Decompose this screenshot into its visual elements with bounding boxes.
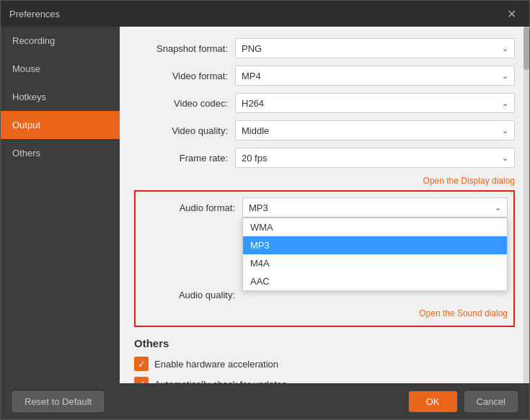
hw-accel-label: Enable hardware acceleration xyxy=(154,359,278,370)
video-codec-row: Video codec: H264 ⌄ xyxy=(134,93,515,113)
dialog-title: Preferences xyxy=(9,9,60,19)
audio-quality-label: Audio quality: xyxy=(141,290,242,300)
audio-format-value: MP3 xyxy=(249,202,268,213)
main-content: Recording Mouse Hotkeys Output Others Sn… xyxy=(1,27,529,383)
title-bar: Preferences ✕ xyxy=(1,1,529,27)
audio-option-aac[interactable]: AAC xyxy=(243,272,507,290)
open-sound-link[interactable]: Open the Sound dialog xyxy=(419,308,508,318)
snapshot-format-value: PNG xyxy=(242,43,262,54)
reset-to-default-button[interactable]: Reset to Default xyxy=(12,391,104,412)
video-codec-label: Video codec: xyxy=(134,98,235,109)
auto-update-row: ✓ Automatically check for updates xyxy=(134,377,515,383)
audio-format-select[interactable]: MP3 ⌄ xyxy=(242,197,508,218)
audio-format-row: Audio format: MP3 ⌄ WMA MP3 M4A AAC xyxy=(136,197,513,218)
video-quality-label: Video quality: xyxy=(134,125,235,136)
cancel-button[interactable]: Cancel xyxy=(464,391,518,412)
video-format-row: Video format: MP4 ⌄ xyxy=(134,66,515,86)
sidebar-item-output[interactable]: Output xyxy=(1,111,120,139)
audio-format-label: Audio format: xyxy=(141,202,242,213)
close-button[interactable]: ✕ xyxy=(503,6,521,22)
checkmark-icon: ✓ xyxy=(138,359,146,369)
sidebar: Recording Mouse Hotkeys Output Others xyxy=(1,27,120,383)
video-codec-value: H264 xyxy=(242,98,264,109)
audio-option-mp3[interactable]: MP3 xyxy=(243,236,507,254)
checkmark-icon: ✓ xyxy=(138,380,146,384)
chevron-down-icon: ⌄ xyxy=(502,99,508,108)
preferences-dialog: Preferences ✕ Recording Mouse Hotkeys Ou… xyxy=(0,0,530,420)
audio-quality-row: Audio quality: xyxy=(136,290,513,300)
auto-update-label: Automatically check for updates xyxy=(154,379,287,384)
audio-format-dropdown: WMA MP3 M4A AAC xyxy=(242,218,508,291)
frame-rate-row: Frame rate: 20 fps ⌄ xyxy=(134,148,515,168)
auto-update-checkbox[interactable]: ✓ xyxy=(134,377,149,383)
audio-option-wma[interactable]: WMA xyxy=(243,218,507,236)
others-title: Others xyxy=(134,337,515,349)
scrollbar-thumb[interactable] xyxy=(524,27,529,70)
video-format-value: MP4 xyxy=(242,71,261,81)
content-area: Snapshot format: PNG ⌄ Video format: MP4… xyxy=(120,27,529,383)
sidebar-item-recording[interactable]: Recording xyxy=(1,27,120,55)
sound-link-row: Open the Sound dialog xyxy=(136,308,513,318)
footer: Reset to Default OK Cancel xyxy=(1,383,529,419)
open-display-link[interactable]: Open the Display dialog xyxy=(423,176,515,186)
footer-right-buttons: OK Cancel xyxy=(409,391,518,412)
sidebar-item-hotkeys[interactable]: Hotkeys xyxy=(1,83,120,111)
hw-accel-checkbox[interactable]: ✓ xyxy=(134,357,149,371)
video-quality-select[interactable]: Middle ⌄ xyxy=(235,120,515,140)
others-section: Others ✓ Enable hardware acceleration ✓ … xyxy=(134,337,515,383)
sidebar-item-others[interactable]: Others xyxy=(1,139,120,167)
snapshot-format-label: Snapshot format: xyxy=(134,43,235,54)
snapshot-format-row: Snapshot format: PNG ⌄ xyxy=(134,38,515,58)
video-format-select[interactable]: MP4 ⌄ xyxy=(235,66,515,86)
audio-option-m4a[interactable]: M4A xyxy=(243,254,507,272)
video-codec-select[interactable]: H264 ⌄ xyxy=(235,93,515,113)
frame-rate-select[interactable]: 20 fps ⌄ xyxy=(235,148,515,168)
sidebar-item-mouse[interactable]: Mouse xyxy=(1,55,120,83)
chevron-down-icon: ⌄ xyxy=(502,126,508,135)
display-link-row: Open the Display dialog xyxy=(134,175,515,186)
scrollbar-track xyxy=(524,27,529,383)
chevron-down-icon: ⌄ xyxy=(502,44,508,53)
hw-accel-row: ✓ Enable hardware acceleration xyxy=(134,357,515,371)
snapshot-format-select[interactable]: PNG ⌄ xyxy=(235,38,515,58)
ok-button[interactable]: OK xyxy=(409,391,457,412)
frame-rate-label: Frame rate: xyxy=(134,153,235,164)
chevron-down-icon: ⌄ xyxy=(502,71,508,81)
chevron-down-icon: ⌄ xyxy=(502,153,508,163)
frame-rate-value: 20 fps xyxy=(242,153,267,164)
video-format-label: Video format: xyxy=(134,71,235,81)
chevron-down-icon: ⌄ xyxy=(495,203,501,213)
audio-section-box: Audio format: MP3 ⌄ WMA MP3 M4A AAC xyxy=(134,190,515,327)
video-quality-value: Middle xyxy=(242,125,269,136)
video-quality-row: Video quality: Middle ⌄ xyxy=(134,120,515,140)
